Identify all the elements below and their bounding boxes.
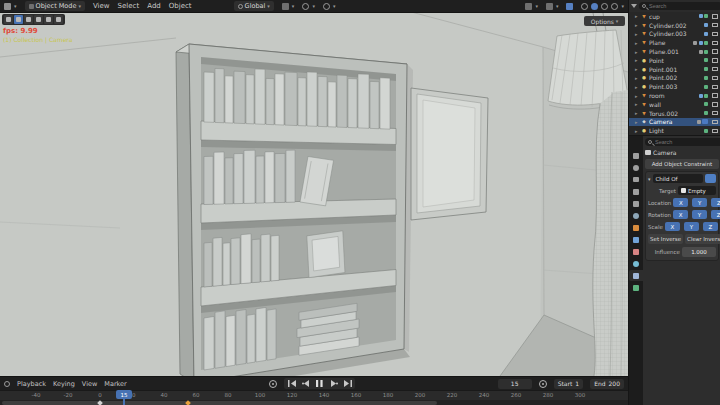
properties-tab[interactable] xyxy=(629,198,643,209)
disclosure-triangle-icon[interactable]: ▸ xyxy=(635,31,639,37)
shading-rendered-icon[interactable] xyxy=(611,3,618,10)
outliner-row[interactable]: ▸ Camera xyxy=(629,118,720,127)
properties-tab[interactable] xyxy=(629,270,643,281)
outliner-row[interactable]: ▸ Cylinder.003 xyxy=(629,30,720,39)
properties-tab[interactable] xyxy=(629,210,643,221)
disclosure-triangle-icon[interactable]: ▸ xyxy=(635,49,639,55)
blue-badge-icon[interactable] xyxy=(699,14,703,18)
green-badge-icon[interactable] xyxy=(704,41,708,45)
location-y-toggle[interactable]: Y xyxy=(692,198,707,207)
screen-visibility-icon[interactable] xyxy=(712,76,718,81)
scale-y-toggle[interactable]: Y xyxy=(684,222,699,231)
auto-keying-icon[interactable] xyxy=(269,380,277,388)
rotation-z-toggle[interactable]: Z xyxy=(711,210,720,219)
shading-material-icon[interactable] xyxy=(601,3,608,10)
green-badge-icon[interactable] xyxy=(704,67,708,71)
green-badge-icon[interactable] xyxy=(704,111,708,115)
cursor-tool-icon[interactable] xyxy=(4,15,13,24)
current-frame-indicator[interactable]: 15 xyxy=(116,390,132,399)
jump-to-end-icon[interactable] xyxy=(341,379,354,388)
end-frame-field[interactable]: End 200 xyxy=(590,379,624,389)
properties-tab[interactable] xyxy=(629,234,643,245)
snap-controls[interactable]: ▾ xyxy=(282,3,295,10)
overlays-toggle[interactable]: ▾ xyxy=(546,3,559,10)
green-badge-icon[interactable] xyxy=(704,102,708,106)
disclosure-triangle-icon[interactable]: ▸ xyxy=(635,93,639,99)
transform-tool-icon[interactable] xyxy=(54,15,63,24)
scale-x-toggle[interactable]: X xyxy=(665,222,680,231)
gray-badge-icon[interactable] xyxy=(697,120,701,124)
properties-search-input[interactable] xyxy=(645,138,720,146)
curtain[interactable] xyxy=(593,90,628,376)
screen-visibility-icon[interactable] xyxy=(712,41,718,46)
constraint-enable-icon[interactable] xyxy=(705,174,716,183)
screen-visibility-icon[interactable] xyxy=(712,102,718,107)
disclosure-triangle-icon[interactable]: ▸ xyxy=(635,13,639,19)
outliner-row[interactable]: ▸ cup xyxy=(629,12,720,21)
outliner-row[interactable]: ▸ Point.001 xyxy=(629,65,720,74)
timeline-ruler[interactable]: -40-200204060801001201401601802002202402… xyxy=(0,390,628,400)
menu-add[interactable]: Add xyxy=(147,0,161,13)
keying-set-icon[interactable] xyxy=(539,380,547,388)
shading-wireframe-icon[interactable] xyxy=(581,3,588,10)
proportional-controls[interactable]: ▾ xyxy=(323,3,336,10)
screen-visibility-icon[interactable] xyxy=(712,120,718,125)
constraint-name-field[interactable]: Child Of xyxy=(653,174,703,183)
outliner-row[interactable]: ▸ Point xyxy=(629,56,720,65)
screen-visibility-icon[interactable] xyxy=(712,67,718,72)
blue-badge-icon[interactable] xyxy=(699,94,703,98)
pivot-controls[interactable]: ▾ xyxy=(302,3,315,10)
start-frame-field[interactable]: Start 1 xyxy=(554,379,584,389)
menu-view[interactable]: View xyxy=(93,0,110,13)
current-frame-field[interactable]: 15 xyxy=(498,379,532,389)
rotation-y-toggle[interactable]: Y xyxy=(692,210,707,219)
outliner-row[interactable]: ▸ room xyxy=(629,91,720,100)
properties-tab[interactable] xyxy=(629,282,643,293)
outliner-search-input[interactable] xyxy=(639,2,720,10)
disclosure-triangle-icon[interactable]: ▸ xyxy=(635,40,639,46)
blue-badge-icon[interactable] xyxy=(699,41,703,45)
blue-badge-icon[interactable] xyxy=(704,32,708,36)
gizmo-toggle[interactable]: ▾ xyxy=(525,3,538,10)
outliner-row[interactable]: ▸ Cylinder.002 xyxy=(629,21,720,30)
screen-visibility-icon[interactable] xyxy=(712,93,718,98)
move-tool-icon[interactable] xyxy=(24,15,33,24)
menu-view[interactable]: View xyxy=(82,380,97,388)
bookshelf[interactable] xyxy=(176,44,413,376)
influence-slider[interactable]: 1.000 xyxy=(682,247,716,257)
add-constraint-button[interactable]: Add Object Constraint xyxy=(645,159,719,169)
properties-tab[interactable] xyxy=(629,222,643,233)
outliner-row[interactable]: ▸ wall xyxy=(629,100,720,109)
screen-visibility-icon[interactable] xyxy=(712,32,718,37)
set-inverse-button[interactable]: Set Inverse xyxy=(648,234,683,244)
picture-frame[interactable] xyxy=(411,88,488,220)
green-badge-icon[interactable] xyxy=(704,50,708,54)
properties-tab[interactable] xyxy=(629,186,643,197)
blue-badge-icon[interactable] xyxy=(704,23,708,27)
green-badge-icon[interactable] xyxy=(704,14,708,18)
disclosure-triangle-icon[interactable]: ▸ xyxy=(635,101,639,107)
rotation-x-toggle[interactable]: X xyxy=(673,210,688,219)
disclosure-triangle-icon[interactable]: ▸ xyxy=(635,22,639,28)
clear-inverse-button[interactable]: Clear Inverse xyxy=(685,234,720,244)
bluebox-badge-icon[interactable] xyxy=(702,119,708,124)
gray-badge-icon[interactable] xyxy=(693,41,697,45)
small-picture-frame[interactable] xyxy=(307,231,345,278)
green-badge-icon[interactable] xyxy=(704,58,708,62)
disclosure-triangle-icon[interactable]: ▸ xyxy=(635,119,639,125)
disclosure-triangle-icon[interactable]: ▸ xyxy=(635,128,639,134)
properties-tab[interactable] xyxy=(629,162,643,173)
properties-tab[interactable] xyxy=(629,258,643,269)
target-dropdown[interactable]: Empty xyxy=(678,186,716,195)
3d-viewport[interactable]: fps: 9.99 (1) Collection | Camera Option… xyxy=(0,13,628,376)
select-box-tool-icon[interactable] xyxy=(14,15,23,24)
menu-keying[interactable]: Keying xyxy=(53,380,75,388)
jump-to-start-icon[interactable] xyxy=(285,379,298,388)
options-dropdown[interactable]: Options ▾ xyxy=(584,16,625,26)
menu-marker[interactable]: Marker xyxy=(104,380,126,388)
outliner-row[interactable]: ▸ Plane xyxy=(629,38,720,47)
outliner-row[interactable]: ▸ Plane.001 xyxy=(629,47,720,56)
books-shelf-2[interactable] xyxy=(204,148,334,209)
xray-icon[interactable] xyxy=(566,3,573,10)
disclosure-triangle-icon[interactable]: ▸ xyxy=(635,66,639,72)
